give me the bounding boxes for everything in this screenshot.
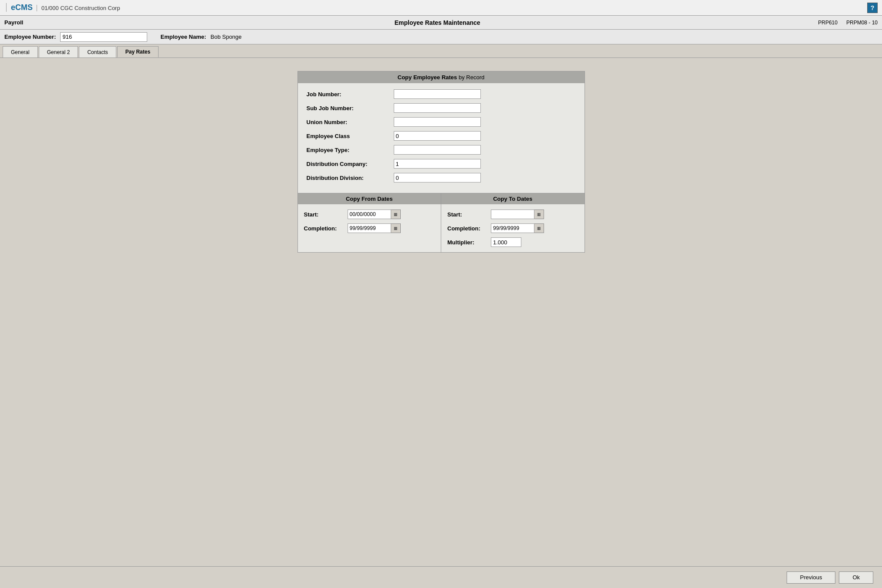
panel-header: Copy Employee Rates by Record — [298, 71, 585, 83]
dist-company-row: Distribution Company: — [307, 159, 576, 169]
sub-job-number-row: Sub Job Number: — [307, 103, 576, 113]
multiplier-label: Multiplier: — [447, 239, 491, 246]
to-completion-input-wrapper: ▦ — [491, 223, 544, 233]
tabs-bar: General General 2 Contacts Pay Rates — [0, 44, 882, 58]
sub-job-number-input[interactable] — [394, 103, 481, 113]
employee-name-label: Employee Name: — [160, 34, 206, 40]
module-code: PRP610 — [818, 20, 838, 26]
to-start-input[interactable] — [491, 210, 534, 219]
from-start-label: Start: — [304, 211, 348, 218]
from-completion-input[interactable] — [348, 223, 391, 233]
employee-type-input[interactable] — [394, 145, 481, 155]
employee-class-row: Employee Class — [307, 131, 576, 141]
employee-type-label: Employee Type: — [307, 147, 394, 153]
to-completion-label: Completion: — [447, 225, 491, 232]
from-start-input[interactable] — [348, 210, 391, 219]
company-info: 01/000 CGC Construction Corp — [37, 5, 120, 11]
to-start-row: Start: ▦ — [447, 210, 578, 219]
module-title: Payroll — [4, 19, 57, 26]
tab-contacts[interactable]: Contacts — [79, 46, 116, 57]
to-completion-input[interactable] — [491, 223, 534, 233]
panel-title-suffix: by Record — [457, 74, 484, 81]
module-bar: Payroll Employee Rates Maintenance PRP61… — [0, 16, 882, 30]
to-start-label: Start: — [447, 211, 491, 218]
to-start-input-wrapper: ▦ — [491, 210, 544, 219]
multiplier-row: Multiplier: — [447, 237, 578, 247]
employee-name-value: Bob Sponge — [210, 34, 242, 40]
employee-bar: Employee Number: Employee Name: Bob Spon… — [0, 30, 882, 44]
tab-pay-rates[interactable]: Pay Rates — [117, 46, 159, 57]
union-number-label: Union Number: — [307, 119, 394, 125]
main-content: Copy Employee Rates by Record Job Number… — [0, 58, 882, 261]
from-start-input-wrapper: ▦ — [348, 210, 401, 219]
job-number-label: Job Number: — [307, 91, 394, 98]
copy-from-col: Start: ▦ Completion: ▦ — [298, 204, 442, 252]
copy-to-col: Start: ▦ Completion: ▦ Multiplier: — [441, 204, 585, 252]
to-start-calendar-btn[interactable]: ▦ — [534, 210, 544, 219]
employee-number-input[interactable] — [60, 32, 147, 42]
dist-division-input[interactable] — [394, 173, 481, 182]
union-number-row: Union Number: — [307, 117, 576, 127]
app-logo: eCMS 01/000 CGC Construction Corp — [4, 3, 120, 12]
tab-general[interactable]: General — [3, 46, 38, 57]
dates-headers: Copy From Dates Copy To Dates — [298, 193, 585, 204]
job-number-row: Job Number: — [307, 89, 576, 99]
dist-company-input[interactable] — [394, 159, 481, 169]
to-completion-calendar-btn[interactable]: ▦ — [534, 223, 544, 233]
dates-columns: Start: ▦ Completion: ▦ Start — [298, 204, 585, 252]
from-start-row: Start: ▦ — [304, 210, 435, 219]
bottom-bar: Previous Ok — [0, 566, 882, 588]
sub-job-number-label: Sub Job Number: — [307, 105, 394, 112]
employee-class-input[interactable] — [394, 131, 481, 141]
dist-division-label: Distribution Division: — [307, 175, 394, 181]
help-button[interactable]: ? — [867, 3, 878, 13]
panel-title: Copy Employee Rates — [398, 74, 457, 81]
top-bar: eCMS 01/000 CGC Construction Corp ? — [0, 0, 882, 16]
employee-number-label: Employee Number: — [4, 34, 56, 40]
from-completion-label: Completion: — [304, 225, 348, 232]
to-completion-row: Completion: ▦ — [447, 223, 578, 233]
copy-to-header: Copy To Dates — [441, 193, 585, 204]
employee-type-row: Employee Type: — [307, 145, 576, 155]
module-codes: PRP610 PRPM08 - 10 — [818, 20, 878, 26]
union-number-input[interactable] — [394, 117, 481, 127]
from-start-calendar-btn[interactable]: ▦ — [391, 210, 401, 219]
job-number-input[interactable] — [394, 89, 481, 99]
panel-body: Job Number: Sub Job Number: Union Number… — [298, 83, 585, 193]
from-completion-row: Completion: ▦ — [304, 223, 435, 233]
copy-panel: Copy Employee Rates by Record Job Number… — [297, 71, 585, 253]
multiplier-input[interactable] — [491, 237, 521, 247]
copy-from-header: Copy From Dates — [298, 193, 442, 204]
previous-button[interactable]: Previous — [787, 571, 836, 584]
module-subcode: PRPM08 - 10 — [846, 20, 878, 26]
dist-division-row: Distribution Division: — [307, 173, 576, 182]
ok-button[interactable]: Ok — [839, 571, 873, 584]
employee-class-label: Employee Class — [307, 133, 394, 139]
page-title: Employee Rates Maintenance — [57, 19, 818, 26]
dist-company-label: Distribution Company: — [307, 161, 394, 167]
from-completion-calendar-btn[interactable]: ▦ — [391, 223, 401, 233]
tab-general2[interactable]: General 2 — [39, 46, 78, 57]
from-completion-input-wrapper: ▦ — [348, 223, 401, 233]
